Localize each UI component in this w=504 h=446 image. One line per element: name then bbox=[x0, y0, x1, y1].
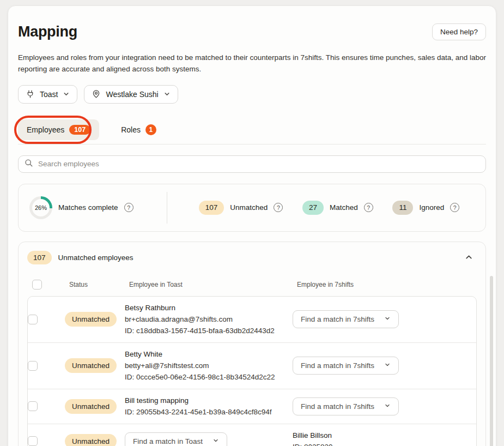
find-match-dropdown-label: Find a match in 7shifts bbox=[301, 402, 374, 411]
page-description: Employees and roles from your integratio… bbox=[18, 52, 486, 75]
cell-employee-toast: Betty Whitebetty+ali@7shiftstest.comID: … bbox=[125, 349, 293, 383]
employee-id: ID: c18ddba3-1567-4d15-bfaa-63db2d2443d2 bbox=[125, 326, 293, 336]
search-input[interactable] bbox=[38, 160, 479, 168]
find-match-dropdown-label: Find a match in 7shifts bbox=[301, 361, 374, 370]
search-bar bbox=[18, 155, 486, 173]
status-badge: Unmatched bbox=[65, 399, 117, 414]
table-row: Unmatched Find a match in Toast Billie B… bbox=[28, 424, 476, 446]
integration-dropdown[interactable]: Toast bbox=[18, 85, 77, 104]
scrollbar-thumb[interactable] bbox=[490, 276, 493, 446]
find-match-dropdown[interactable]: Find a match in 7shifts bbox=[293, 357, 399, 375]
help-icon[interactable]: ? bbox=[124, 203, 133, 212]
employee-id: ID: 29055b43-2241-45e1-b39a-849c4cf8c94f bbox=[125, 407, 293, 418]
matched-stat: 27 Matched ? bbox=[302, 201, 373, 215]
column-header-employee-toast: Employee in Toast bbox=[129, 281, 297, 288]
unmatched-stat: 107 Unmatched ? bbox=[199, 201, 283, 215]
matched-count-badge: 27 bbox=[302, 201, 324, 215]
employee-id: ID: 0ccce5e0-06e2-4156-98c1-8b34524d2c22 bbox=[125, 372, 293, 383]
cell-employee-7shifts: Billie BillsonID: 8025820 bbox=[293, 430, 476, 446]
table-row: Unmatched Betsy Rathburnbr+claudia.adrag… bbox=[28, 297, 476, 342]
status-badge: Unmatched bbox=[65, 312, 117, 327]
ignored-count-badge: 11 bbox=[392, 201, 413, 215]
progress-percent: 26% bbox=[35, 204, 47, 211]
row-checkbox[interactable] bbox=[28, 401, 38, 411]
row-checkbox[interactable] bbox=[28, 436, 38, 446]
table-header-row: Status Employee in Toast Employee in 7sh… bbox=[27, 272, 477, 296]
matches-complete-label: Matches complete bbox=[58, 203, 118, 212]
cell-employee-toast: Find a match in Toast bbox=[125, 432, 293, 446]
roles-count-badge: 1 bbox=[145, 124, 156, 135]
ignored-stat: 11 Ignored ? bbox=[392, 201, 459, 215]
section-header: 107 Unmatched employees bbox=[19, 242, 485, 272]
employee-name: Bill testing mapping bbox=[125, 395, 293, 406]
stats-bar: 26% Matches complete ? 107 Unmatched ? 2… bbox=[18, 184, 486, 232]
collapse-section-button[interactable] bbox=[462, 250, 476, 266]
select-all-checkbox[interactable] bbox=[32, 280, 42, 290]
page-title: Mapping bbox=[18, 23, 77, 40]
unmatched-label: Unmatched bbox=[230, 203, 268, 212]
find-match-dropdown-label: Find a match in Toast bbox=[133, 437, 203, 445]
table-row: Unmatched Bill testing mappingID: 29055b… bbox=[28, 389, 476, 424]
find-match-dropdown[interactable]: Find a match in 7shifts bbox=[293, 310, 399, 328]
find-match-dropdown[interactable]: Find a match in Toast bbox=[125, 432, 227, 446]
need-help-button[interactable]: Need help? bbox=[432, 23, 486, 40]
chevron-down-icon bbox=[384, 402, 391, 411]
help-icon[interactable]: ? bbox=[274, 203, 283, 212]
unmatched-employees-section: 107 Unmatched employees Status Employee … bbox=[18, 242, 486, 446]
tabs-divider bbox=[18, 144, 486, 144]
tab-roles-label: Roles bbox=[121, 125, 141, 134]
location-dropdown[interactable]: Westlake Sushi bbox=[84, 85, 178, 104]
chevron-down-icon bbox=[163, 91, 171, 98]
chevron-down-icon bbox=[212, 437, 219, 445]
status-badge: Unmatched bbox=[65, 434, 117, 446]
ignored-label: Ignored bbox=[419, 203, 444, 212]
chevron-down-icon bbox=[63, 91, 70, 98]
employee-id: ID: 8025820 bbox=[293, 442, 476, 446]
matches-complete-stat: 26% Matches complete ? bbox=[19, 196, 167, 219]
mapping-page-card: Mapping Need help? Employees and roles f… bbox=[8, 5, 496, 446]
column-header-status: Status bbox=[69, 281, 129, 288]
tab-employees-label: Employees bbox=[27, 125, 64, 134]
rows-container: Unmatched Betsy Rathburnbr+claudia.adrag… bbox=[27, 296, 477, 446]
cell-employee-7shifts: Find a match in 7shifts bbox=[293, 310, 476, 328]
filter-bar: Toast Westlake Sushi bbox=[18, 85, 486, 104]
tab-employees[interactable]: Employees 107 bbox=[18, 119, 99, 141]
help-icon[interactable]: ? bbox=[450, 203, 459, 212]
integration-dropdown-label: Toast bbox=[40, 90, 58, 99]
employee-name: Betty White bbox=[125, 349, 293, 360]
chevron-down-icon bbox=[384, 315, 391, 323]
employees-count-badge: 107 bbox=[69, 125, 90, 135]
progress-ring: 26% bbox=[29, 196, 52, 219]
section-count-badge: 107 bbox=[27, 251, 52, 264]
section-title: Unmatched employees bbox=[58, 254, 456, 262]
search-icon bbox=[25, 159, 33, 170]
tab-roles[interactable]: Roles 1 bbox=[112, 119, 165, 141]
cell-employee-toast: Betsy Rathburnbr+claudia.adragna@7shifts… bbox=[125, 303, 293, 336]
location-dropdown-label: Westlake Sushi bbox=[106, 90, 158, 99]
cell-employee-7shifts: Find a match in 7shifts bbox=[293, 357, 476, 375]
plug-icon bbox=[26, 89, 35, 99]
tab-bar: Employees 107 Roles 1 bbox=[18, 116, 486, 144]
location-pin-icon bbox=[92, 89, 101, 99]
employee-email: betty+ali@7shiftstest.com bbox=[125, 360, 293, 371]
cell-employee-toast: Bill testing mappingID: 29055b43-2241-45… bbox=[125, 395, 293, 418]
employee-name: Billie Billson bbox=[293, 430, 476, 441]
row-checkbox[interactable] bbox=[28, 315, 38, 324]
employee-email: br+claudia.adragna@7shifts.com bbox=[125, 314, 293, 325]
status-badge: Unmatched bbox=[65, 358, 117, 373]
cell-employee-7shifts: Find a match in 7shifts bbox=[293, 397, 476, 415]
unmatched-count-badge: 107 bbox=[199, 201, 224, 215]
page-header: Mapping Need help? bbox=[18, 23, 486, 40]
table-row: Unmatched Betty Whitebetty+ali@7shiftste… bbox=[28, 342, 476, 389]
chevron-down-icon bbox=[384, 361, 391, 370]
employee-name: Betsy Rathburn bbox=[125, 303, 293, 314]
help-icon[interactable]: ? bbox=[364, 203, 373, 212]
chevron-up-icon bbox=[464, 252, 473, 263]
find-match-dropdown[interactable]: Find a match in 7shifts bbox=[293, 397, 399, 415]
row-checkbox[interactable] bbox=[28, 361, 38, 371]
matched-label: Matched bbox=[330, 203, 358, 212]
find-match-dropdown-label: Find a match in 7shifts bbox=[301, 315, 374, 323]
column-header-employee-7shifts: Employee in 7shifts bbox=[297, 281, 477, 288]
